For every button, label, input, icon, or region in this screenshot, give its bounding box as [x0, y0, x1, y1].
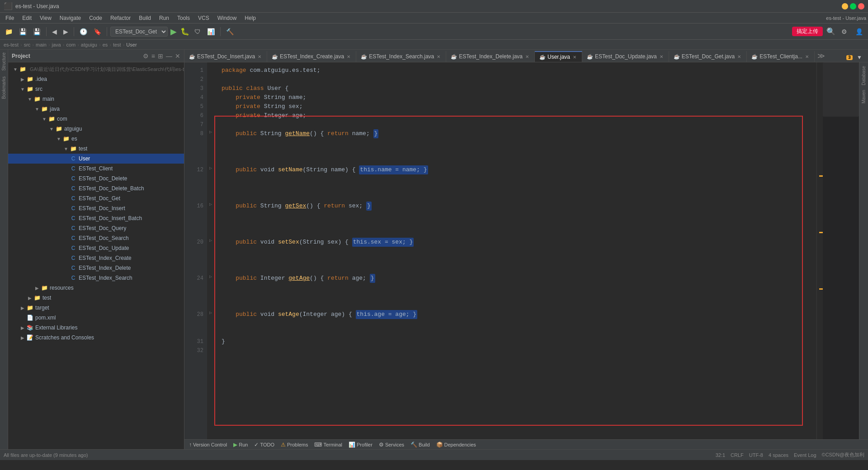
tree-item-doc-insert-batch[interactable]: C ESTest_Doc_Insert_Batch [8, 213, 184, 223]
event-log[interactable]: Event Log [794, 452, 816, 458]
breadcrumb-main[interactable]: main [36, 42, 47, 47]
breadcrumb-src[interactable]: src [24, 42, 31, 47]
cursor-position[interactable]: 32:1 [716, 452, 725, 458]
menu-navigate[interactable]: Navigate [56, 14, 85, 22]
menu-vcs[interactable]: VCS [194, 14, 213, 22]
breadcrumb-project[interactable]: es-test [4, 42, 19, 47]
tab-index-delete[interactable]: ☕ ESTest_Index_Delete.java ✕ [446, 51, 535, 62]
tree-item-java-dir[interactable]: ▼ 📁 java [8, 104, 184, 114]
close-button[interactable] [858, 3, 864, 9]
tree-item-scratches[interactable]: ▶ 📝 Scratches and Consoles [8, 333, 184, 343]
tab-index-delete-close[interactable]: ✕ [524, 54, 530, 59]
tab-client-ja-close[interactable]: ✕ [804, 54, 810, 59]
tab-doc-get[interactable]: ☕ ESTest_Doc_Get.java ✕ [669, 51, 747, 62]
dependencies-button[interactable]: 📦 Dependencies [434, 441, 479, 449]
tree-item-com[interactable]: ▼ 📁 com [8, 114, 184, 124]
tree-item-doc-query[interactable]: C ESTest_Doc_Query [8, 223, 184, 233]
breadcrumb-atguigu[interactable]: atguigu [81, 42, 97, 47]
tab-overflow-button[interactable]: ≫ [815, 52, 828, 60]
sidebar-collapse-icon[interactable]: — [166, 52, 172, 60]
maximize-button[interactable] [850, 3, 856, 9]
tree-item-estest-client[interactable]: C ESTest_Client [8, 164, 184, 174]
fold-arrow-8[interactable]: ▷ [207, 129, 214, 138]
build-bottom-button[interactable]: 🔨 Build [408, 441, 432, 449]
tab-doc-get-close[interactable]: ✕ [736, 54, 742, 59]
tab-user-close[interactable]: ✕ [572, 55, 577, 60]
sidebar-close-icon[interactable]: ✕ [175, 52, 180, 60]
tree-item-doc-get[interactable]: C ESTest_Doc_Get [8, 193, 184, 203]
tree-item-user[interactable]: C User [8, 154, 184, 164]
code-editor[interactable]: package com.atguigu.es.test; public clas… [214, 62, 816, 439]
back-button[interactable]: ◀ [50, 27, 59, 37]
menu-code[interactable]: Code [85, 14, 106, 22]
bookmarks-tab[interactable]: Bookmarks [0, 74, 7, 102]
tab-doc-insert[interactable]: ☕ ESTest_Doc_Insert.java ✕ [184, 51, 267, 62]
tree-item-doc-update[interactable]: C ESTest_Doc_Update [8, 243, 184, 253]
version-control-button[interactable]: ↑ Version Control [186, 441, 230, 449]
run-config-dropdown[interactable]: ESTest_Doc_Get [110, 27, 168, 37]
breadcrumb-test[interactable]: test [113, 42, 121, 47]
tree-item-index-create[interactable]: C ESTest_Index_Create [8, 253, 184, 263]
menu-refactor[interactable]: Refactor [107, 14, 134, 22]
tree-item-main[interactable]: ▼ 📁 main [8, 94, 184, 104]
coverage-button[interactable]: 🛡 [192, 27, 203, 37]
fold-arrow-20[interactable]: ▷ [207, 238, 214, 247]
tab-user[interactable]: ☕ User.java ✕ [535, 51, 582, 62]
menu-tools[interactable]: Tools [174, 14, 193, 22]
tree-item-target[interactable]: ▶ 📁 target [8, 303, 184, 313]
build-button[interactable]: 🔨 [224, 27, 236, 37]
problems-button[interactable]: ⚠ Problems [278, 441, 311, 449]
fold-arrow-28[interactable]: ▷ [207, 310, 214, 319]
breadcrumb-es[interactable]: es [103, 42, 108, 47]
maven-tab[interactable]: Maven [860, 88, 867, 105]
minimize-button[interactable] [842, 3, 848, 9]
sidebar-expand-icon[interactable]: ⊞ [158, 52, 163, 60]
breadcrumb-java[interactable]: java [52, 42, 61, 47]
run-button[interactable]: ▶ [170, 26, 178, 38]
tree-item-idea[interactable]: ▶ 📁 .idea [8, 74, 184, 84]
save-button[interactable]: 💾 [17, 27, 29, 37]
tree-item-test-folder[interactable]: ▶ 📁 test [8, 293, 184, 303]
save-all-button[interactable]: 💾 [31, 27, 43, 37]
menu-view[interactable]: View [36, 14, 55, 22]
breadcrumb-user[interactable]: User [126, 42, 137, 47]
fold-arrow-16[interactable]: ▷ [207, 202, 214, 211]
terminal-button[interactable]: ⌨ Terminal [311, 441, 345, 449]
menu-file[interactable]: File [2, 14, 18, 22]
run-bottom-button[interactable]: ▶ Run [231, 441, 250, 449]
tree-item-ext-libs[interactable]: ▶ 📚 External Libraries [8, 323, 184, 333]
menu-help[interactable]: Help [241, 14, 259, 22]
profile-button[interactable]: 📊 [205, 27, 217, 37]
tab-index-create-close[interactable]: ✕ [346, 54, 351, 59]
fold-arrow-24[interactable]: ▷ [207, 274, 214, 283]
tree-item-resources[interactable]: ▶ 📁 resources [8, 283, 184, 293]
tab-index-create[interactable]: ☕ ESTest_Index_Create.java ✕ [267, 51, 356, 62]
sidebar-gear-icon[interactable]: ⚙ [143, 52, 149, 60]
menu-window[interactable]: Window [214, 14, 241, 22]
tree-item-es[interactable]: ▼ 📁 es [8, 134, 184, 144]
tree-item-index-search[interactable]: C ESTest_Index_Search [8, 273, 184, 283]
open-file-button[interactable]: 📁 [3, 27, 15, 37]
settings-button[interactable]: ⚙ [839, 27, 849, 37]
sidebar-sort-icon[interactable]: ≡ [151, 52, 155, 60]
tree-item-test-dir[interactable]: ▼ 📁 test [8, 144, 184, 154]
database-tab[interactable]: Database [860, 64, 867, 87]
structure-tab[interactable]: Structure [0, 50, 7, 74]
tree-item-doc-search[interactable]: C ESTest_Doc_Search [8, 233, 184, 243]
services-button[interactable]: ⚙ Services [376, 441, 407, 449]
tab-client-ja[interactable]: ☕ ESTest_Clientja... ✕ [747, 51, 815, 62]
tree-item-root[interactable]: ▼ 📁 es-test GA\最近\近日代办\CSDN学习计划\项目训练营\El… [8, 64, 184, 74]
forward-button[interactable]: ▶ [61, 27, 71, 37]
recent-files-button[interactable]: 🕐 [77, 27, 90, 37]
user-button[interactable]: 👤 [853, 27, 865, 37]
tree-item-atguigu[interactable]: ▼ 📁 atguigu [8, 124, 184, 134]
tree-item-doc-insert[interactable]: C ESTest_Doc_Insert [8, 203, 184, 213]
minimap-thumb[interactable] [823, 62, 859, 117]
search-everywhere-button[interactable]: 🔍 [826, 27, 835, 36]
editor-scrollbar[interactable] [816, 62, 823, 439]
bookmark-button[interactable]: 🔖 [91, 27, 104, 37]
tree-item-src[interactable]: ▼ 📁 src [8, 84, 184, 94]
todo-button[interactable]: ✓ TODO [251, 441, 277, 449]
menu-build[interactable]: Build [135, 14, 155, 22]
tree-item-index-delete[interactable]: C ESTest_Index_Delete [8, 263, 184, 273]
